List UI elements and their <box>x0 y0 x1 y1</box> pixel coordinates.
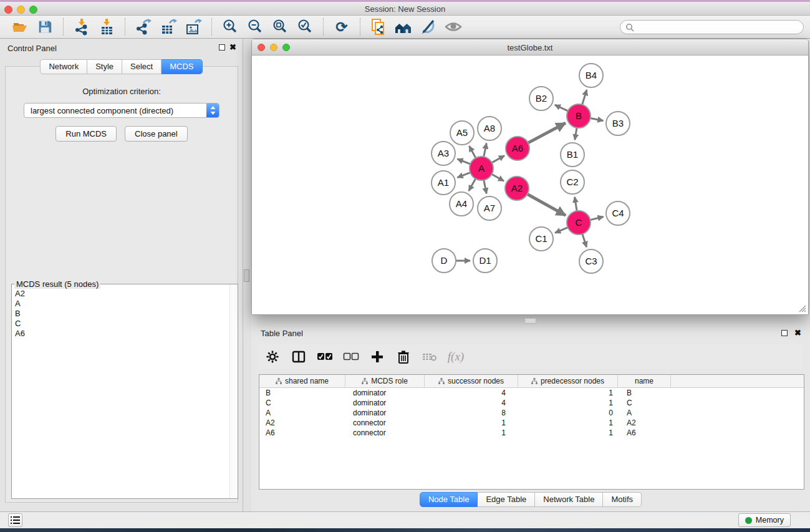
cell-name[interactable]: A <box>618 408 671 418</box>
add-column-button[interactable] <box>369 348 386 365</box>
cell-predecessor-nodes[interactable]: 1 <box>518 398 618 408</box>
float-panel-icon[interactable] <box>219 44 225 51</box>
result-scrollbar-track[interactable] <box>229 284 238 498</box>
result-item[interactable]: B <box>15 309 229 319</box>
import-table-button[interactable] <box>96 17 117 37</box>
function-builder-button[interactable]: f(x) <box>447 348 465 365</box>
tab-network-table[interactable]: Network Table <box>535 492 603 507</box>
cell-successor-nodes[interactable]: 8 <box>425 408 518 418</box>
network-canvas[interactable]: B4B2BB3A8A5A6A3B1AC2A1A2A4A7C4CC1C3DD1 <box>252 56 808 314</box>
float-table-panel-icon[interactable] <box>781 330 788 336</box>
vertical-split-divider[interactable] <box>243 39 251 511</box>
cell-shared-name[interactable]: A <box>259 408 345 418</box>
graph-edge-C-C3[interactable] <box>582 234 587 247</box>
table-row[interactable]: Cdominator41C <box>259 398 804 408</box>
cell-predecessor-nodes[interactable]: 1 <box>518 388 618 398</box>
close-panel-icon[interactable]: ✖ <box>229 42 236 52</box>
graph-edge-A-A5[interactable] <box>469 146 475 158</box>
new-network-from-selection-button[interactable] <box>368 17 389 37</box>
cell-name[interactable]: A6 <box>618 428 671 438</box>
delete-column-button[interactable] <box>395 348 412 365</box>
tab-mcds[interactable]: MCDS <box>162 59 202 74</box>
tab-style[interactable]: Style <box>87 59 122 74</box>
cell-MCDS-role[interactable]: dominator <box>345 388 425 398</box>
graph-edge-A-A1[interactable] <box>457 173 470 178</box>
tab-motifs[interactable]: Motifs <box>603 492 642 507</box>
cell-successor-nodes[interactable]: 1 <box>425 428 518 438</box>
cell-shared-name[interactable]: B <box>259 388 345 398</box>
tab-network[interactable]: Network <box>40 59 87 74</box>
open-session-button[interactable] <box>9 17 31 37</box>
graph-edge-B-B3[interactable] <box>591 118 604 121</box>
graph-edge-C-C4[interactable] <box>590 217 603 220</box>
zoom-out-button[interactable] <box>244 17 266 37</box>
export-image-button[interactable] <box>183 17 204 37</box>
search-input[interactable] <box>637 21 803 33</box>
task-history-button[interactable] <box>8 513 22 527</box>
graphics-details-button[interactable] <box>418 17 439 37</box>
column-header-MCDS-role[interactable]: MCDS role <box>345 375 425 387</box>
mcds-result-list[interactable]: A2ABCA6 <box>12 286 229 498</box>
deselect-all-columns-button[interactable] <box>342 348 360 365</box>
close-table-panel-icon[interactable]: ✖ <box>794 328 801 337</box>
close-mcds-panel-button[interactable]: Close panel <box>125 126 188 142</box>
cell-successor-nodes[interactable]: 1 <box>425 418 518 428</box>
graph-edge-A-A7[interactable] <box>484 180 486 194</box>
table-row[interactable]: Adominator80A <box>259 408 804 418</box>
export-table-button[interactable] <box>158 17 179 37</box>
first-neighbors-button[interactable] <box>393 17 414 37</box>
table-row[interactable]: A2connector11A2 <box>259 418 804 428</box>
run-mcds-button[interactable]: Run MCDS <box>55 126 117 142</box>
criterion-select[interactable]: largest connected component (directed) <box>24 103 219 118</box>
cell-MCDS-role[interactable]: dominator <box>345 398 425 408</box>
graph-edge-C-C2[interactable] <box>575 197 577 211</box>
result-item[interactable]: A2 <box>15 289 229 299</box>
cell-predecessor-nodes[interactable]: 1 <box>518 418 618 428</box>
cell-successor-nodes[interactable]: 4 <box>425 388 518 398</box>
show-hide-button[interactable] <box>443 17 464 37</box>
cell-successor-nodes[interactable]: 4 <box>425 398 518 408</box>
graph-edge-B-B2[interactable] <box>555 105 568 111</box>
network-window-titlebar[interactable]: testGlobe.txt <box>252 39 808 56</box>
save-session-button[interactable] <box>34 17 55 37</box>
graph-edge-C-C1[interactable] <box>555 228 568 233</box>
graph-edge-A-A6[interactable] <box>492 156 504 163</box>
cell-name[interactable]: A2 <box>618 418 671 428</box>
zoom-in-button[interactable] <box>219 17 241 37</box>
cell-MCDS-role[interactable]: connector <box>345 428 425 438</box>
graph-edge-A-A2[interactable] <box>492 174 504 181</box>
result-item[interactable]: C <box>15 319 229 329</box>
table-row[interactable]: A6connector11A6 <box>259 428 804 438</box>
export-network-button[interactable] <box>133 17 154 37</box>
zoom-fit-button[interactable] <box>269 17 291 37</box>
cell-MCDS-role[interactable]: dominator <box>345 408 425 418</box>
network-graph[interactable]: B4B2BB3A8A5A6A3B1AC2A1A2A4A7C4CC1C3DD1 <box>252 56 808 314</box>
column-header-predecessor-nodes[interactable]: predecessor nodes <box>518 375 618 387</box>
column-view-button[interactable] <box>290 348 307 365</box>
cell-predecessor-nodes[interactable]: 0 <box>518 408 618 418</box>
tab-edge-table[interactable]: Edge Table <box>478 492 535 507</box>
cell-shared-name[interactable]: A2 <box>259 418 345 428</box>
result-item[interactable]: A6 <box>15 329 229 339</box>
cell-shared-name[interactable]: C <box>259 398 345 408</box>
table-row[interactable]: Bdominator41B <box>259 388 804 398</box>
cell-MCDS-role[interactable]: connector <box>345 418 425 428</box>
import-network-button[interactable] <box>71 17 92 37</box>
graph-edge-A-A8[interactable] <box>484 143 486 157</box>
tab-select[interactable]: Select <box>122 59 162 74</box>
graph-edge-B-B4[interactable] <box>582 90 587 105</box>
column-header-shared-name[interactable]: shared name <box>259 375 345 387</box>
cell-name[interactable]: C <box>618 398 671 408</box>
column-header-name[interactable]: name <box>618 375 671 387</box>
resize-grip-icon[interactable] <box>798 304 806 312</box>
memory-button[interactable]: Memory <box>738 513 791 527</box>
delete-table-button[interactable] <box>421 348 438 365</box>
column-header-successor-nodes[interactable]: successor nodes <box>425 375 518 387</box>
horizontal-divider-handle[interactable] <box>524 318 536 324</box>
cell-shared-name[interactable]: A6 <box>259 428 345 438</box>
select-all-columns-button[interactable] <box>316 348 334 365</box>
result-item[interactable]: A <box>15 299 229 309</box>
search-box[interactable] <box>620 20 804 34</box>
vertical-divider-handle[interactable] <box>244 269 249 282</box>
graph-edge-A-A3[interactable] <box>457 159 470 164</box>
